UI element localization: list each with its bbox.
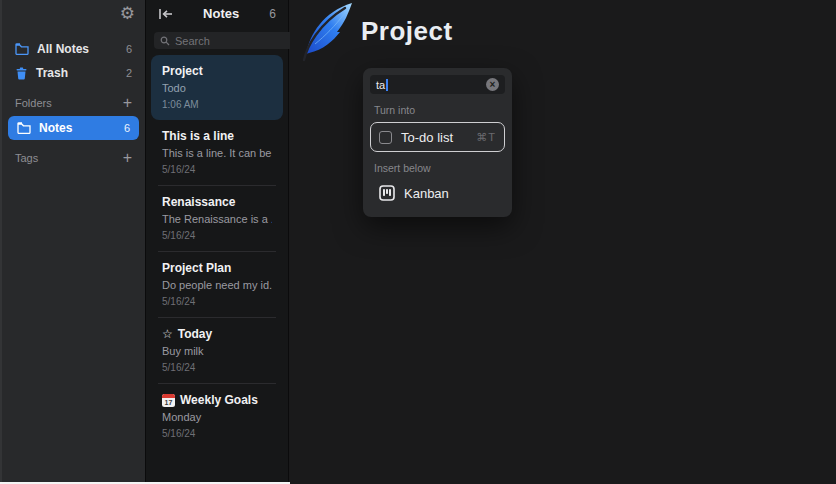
gear-icon[interactable]: ⚙ xyxy=(120,4,135,24)
sidebar-section-folders: Folders + xyxy=(2,93,145,113)
kanban-icon xyxy=(379,185,395,201)
section-label: Tags xyxy=(15,152,123,164)
note-preview: Todo xyxy=(162,82,272,94)
note-preview: Buy milk xyxy=(162,345,272,357)
folder-count: 6 xyxy=(124,122,130,134)
note-title-text: Today xyxy=(178,327,212,341)
checkbox-icon xyxy=(379,131,392,144)
notelist-count: 6 xyxy=(269,7,276,21)
note-title: This is a line xyxy=(162,129,272,143)
sidebar-item-trash[interactable]: Trash 2 xyxy=(2,61,145,85)
sidebar-item-count: 2 xyxy=(126,67,132,79)
calendar-day: 17 xyxy=(162,398,175,407)
note-preview: The Renaissance is a ... xyxy=(162,213,272,225)
folder-label: Notes xyxy=(39,121,116,135)
notes-list: Project Todo 1:06 AM This is a line This… xyxy=(146,54,288,449)
menu-item-shortcut: ⌘T xyxy=(476,131,496,144)
folder-icon xyxy=(15,43,29,55)
add-folder-icon[interactable]: + xyxy=(123,96,132,110)
command-input-value: ta xyxy=(376,79,385,91)
clear-icon[interactable]: × xyxy=(486,78,499,91)
menu-item-todo-list[interactable]: To-do list ⌘T xyxy=(370,122,505,152)
popup-section-turn-into: Turn into xyxy=(374,104,501,116)
menu-item-label: Kanban xyxy=(404,186,449,201)
note-title: Renaissance xyxy=(162,195,272,209)
search-row: + xyxy=(146,27,288,54)
command-popup: ta × Turn into To-do list ⌘T Insert belo… xyxy=(363,68,512,217)
menu-item-label: To-do list xyxy=(401,130,453,145)
note-title-heading[interactable]: Project xyxy=(361,16,453,47)
editor-area: Project ta × Turn into To-do list ⌘T Ins… xyxy=(290,0,836,484)
notelist-title: Notes xyxy=(173,6,269,21)
sidebar-folder-notes[interactable]: Notes 6 xyxy=(8,116,139,140)
note-title: ☆ Today xyxy=(162,327,272,341)
trash-icon xyxy=(15,67,28,80)
note-date: 5/16/24 xyxy=(162,296,272,307)
sidebar-section-tags: Tags + xyxy=(2,148,145,168)
popup-section-insert-below: Insert below xyxy=(374,162,501,174)
feather-logo-icon xyxy=(295,0,359,62)
sidebar-item-label: All Notes xyxy=(37,42,118,56)
star-icon: ☆ xyxy=(162,327,173,341)
note-preview: Do people need my id... xyxy=(162,279,272,291)
collapse-sidebar-icon[interactable] xyxy=(158,8,173,20)
command-input[interactable]: ta × xyxy=(370,75,505,94)
notelist-panel: Notes 6 + Project Todo 1:06 AM This is a… xyxy=(145,0,289,484)
calendar-icon: 17 xyxy=(162,394,175,407)
note-item-this-is-a-line[interactable]: This is a line This is a line. It can be… xyxy=(146,120,288,185)
note-item-weekly-goals[interactable]: 17 Weekly Goals Monday 5/16/24 xyxy=(158,383,276,449)
note-item-project-plan[interactable]: Project Plan Do people need my id... 5/1… xyxy=(158,251,276,317)
text-caret xyxy=(386,79,388,91)
add-tag-icon[interactable]: + xyxy=(123,151,132,165)
note-date: 5/16/24 xyxy=(162,428,272,439)
folder-icon xyxy=(17,122,31,134)
sidebar-item-count: 6 xyxy=(126,43,132,55)
sidebar-item-label: Trash xyxy=(36,66,118,80)
note-date: 5/16/24 xyxy=(162,362,272,373)
sidebar: ⚙ All Notes 6 Trash 2 Folders + Notes 6 xyxy=(0,0,145,484)
note-preview: Monday xyxy=(162,411,272,423)
sidebar-nav: All Notes 6 Trash 2 Folders + Notes 6 Ta… xyxy=(2,37,145,168)
note-item-project[interactable]: Project Todo 1:06 AM xyxy=(151,55,283,120)
search-icon xyxy=(160,36,170,46)
note-item-today[interactable]: ☆ Today Buy milk 5/16/24 xyxy=(158,317,276,383)
note-title: Project Plan xyxy=(162,261,272,275)
sidebar-item-all-notes[interactable]: All Notes 6 xyxy=(2,37,145,61)
note-preview: This is a line. It can be... xyxy=(162,147,272,159)
note-title: Project xyxy=(162,64,272,78)
note-title: 17 Weekly Goals xyxy=(162,393,272,407)
note-item-renaissance[interactable]: Renaissance The Renaissance is a ... 5/1… xyxy=(158,185,276,251)
editor-header: Project xyxy=(295,0,453,62)
menu-item-kanban[interactable]: Kanban xyxy=(370,180,505,206)
note-title-text: Weekly Goals xyxy=(180,393,258,407)
notelist-header: Notes 6 xyxy=(146,0,288,27)
note-date: 5/16/24 xyxy=(162,230,272,241)
note-date: 1:06 AM xyxy=(162,99,272,110)
note-date: 5/16/24 xyxy=(162,164,272,175)
section-label: Folders xyxy=(15,97,123,109)
